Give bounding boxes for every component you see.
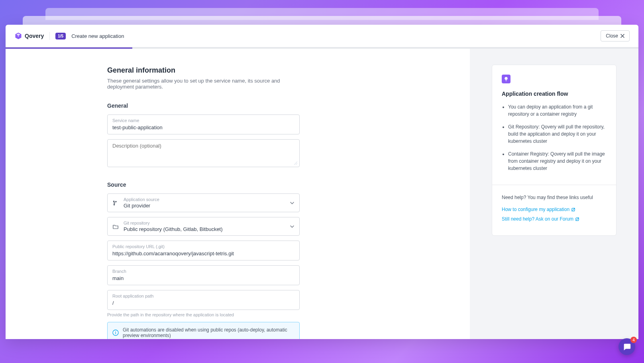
branch-field[interactable]: Branch	[107, 265, 300, 285]
service-name-input[interactable]	[112, 124, 295, 130]
modal-header: Qovery 1/5 Create new application Close	[6, 25, 638, 47]
chevron-down-icon	[290, 201, 295, 205]
svg-point-0	[18, 35, 19, 37]
info-text: Git automations are disabled when using …	[123, 327, 295, 338]
branch-input[interactable]	[112, 275, 295, 281]
modal-title: Create new application	[71, 33, 124, 39]
brand-name: Qovery	[25, 33, 44, 39]
tip-card: Application creation flow You can deploy…	[492, 65, 617, 236]
help-intro: Need help? You may find these links usef…	[502, 195, 607, 200]
close-label: Close	[606, 33, 618, 39]
tip-item: You can deploy an application from a git…	[508, 103, 607, 118]
branch-label: Branch	[112, 269, 295, 274]
external-link-icon	[575, 217, 579, 221]
repo-url-field[interactable]: Public repository URL (.git)	[107, 241, 300, 260]
tip-list: You can deploy an application from a git…	[502, 103, 607, 172]
description-input[interactable]	[112, 143, 295, 162]
close-button[interactable]: Close	[601, 30, 630, 41]
branch-icon	[112, 200, 119, 206]
resize-handle-icon	[294, 161, 298, 165]
step-badge: 1/5	[55, 33, 66, 39]
service-name-field[interactable]: Service name	[107, 114, 300, 134]
root-path-help: Provide the path in the repository where…	[107, 312, 300, 317]
general-section-label: General	[107, 103, 300, 109]
git-repo-label: Git repository	[124, 221, 285, 225]
source-section-label: Source	[107, 182, 300, 188]
git-repository-select[interactable]: Git repository Public repository (Github…	[107, 217, 300, 236]
create-application-modal: Qovery 1/5 Create new application Close …	[6, 25, 638, 339]
chevron-down-icon	[290, 224, 295, 229]
application-source-select[interactable]: Application source Git provider	[107, 193, 300, 212]
root-path-input[interactable]	[112, 300, 295, 306]
chat-icon	[622, 342, 631, 351]
external-link-icon	[571, 207, 575, 212]
close-icon	[620, 34, 624, 38]
tip-title: Application creation flow	[502, 91, 607, 97]
lightbulb-icon	[502, 75, 510, 83]
brand-logo: Qovery	[14, 32, 50, 40]
info-icon	[112, 329, 119, 336]
chat-badge: 4	[630, 337, 637, 343]
divider	[492, 185, 616, 185]
tip-item: Git Repository: Qovery will pull the rep…	[508, 123, 607, 145]
description-field[interactable]	[107, 139, 300, 167]
main-form-panel: General information These general settin…	[6, 49, 470, 339]
page-title: General information	[107, 66, 300, 75]
forum-link[interactable]: Still need help? Ask on our Forum	[502, 216, 607, 222]
tip-item: Container Registry: Qovery will pull the…	[508, 150, 607, 172]
page-description: These general settings allow you to set …	[107, 78, 300, 90]
tips-panel: Application creation flow You can deploy…	[470, 49, 638, 339]
app-source-label: Application source	[124, 197, 285, 202]
info-banner: Git automations are disabled when using …	[107, 322, 300, 339]
app-source-value: Git provider	[124, 203, 285, 209]
root-path-field[interactable]: Root application path	[107, 290, 300, 310]
repo-url-input[interactable]	[112, 251, 295, 256]
service-name-label: Service name	[112, 118, 295, 123]
repo-url-label: Public repository URL (.git)	[112, 244, 295, 249]
qovery-logo-icon	[14, 32, 22, 40]
chat-widget[interactable]: 4	[618, 338, 635, 355]
configure-app-link[interactable]: How to configure my application	[502, 207, 607, 212]
git-repo-value: Public repository (Github, Gitlab, Bitbu…	[124, 226, 285, 232]
folder-icon	[112, 223, 119, 230]
root-path-label: Root application path	[112, 294, 295, 298]
svg-point-2	[115, 331, 116, 332]
